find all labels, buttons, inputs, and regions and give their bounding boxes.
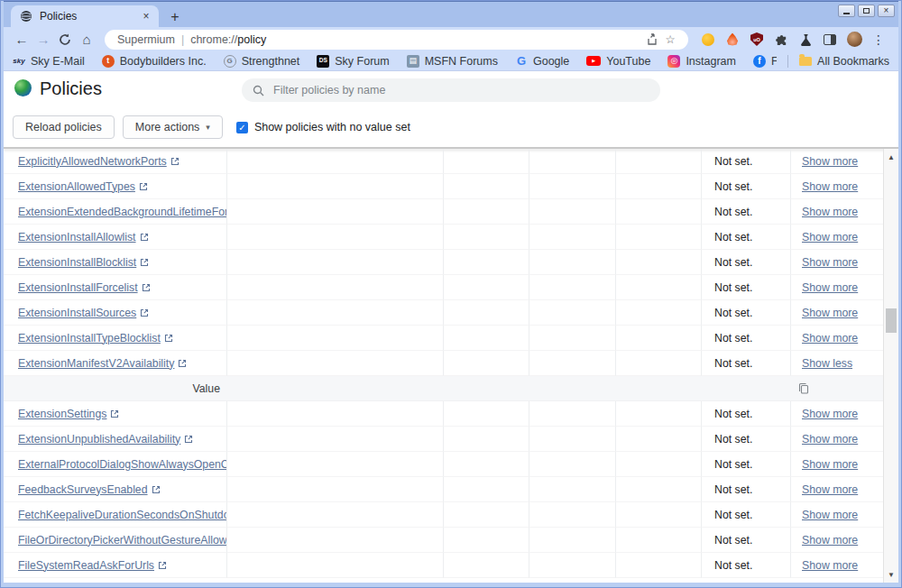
title-bar: Policies × + × [4, 1, 898, 27]
show-more-link[interactable]: Show more [802, 231, 858, 243]
minimize-button[interactable] [838, 5, 855, 17]
policy-applies-cell [529, 275, 616, 300]
policy-value-cell [227, 477, 444, 502]
policy-name-link[interactable]: ExtensionExtendedBackgroundLifetimeForPo… [18, 206, 227, 218]
tab-policies[interactable]: Policies × [11, 5, 159, 27]
close-icon: × [884, 6, 889, 15]
policy-filter-box[interactable] [242, 78, 660, 102]
policy-source-cell [444, 199, 529, 225]
show-more-link[interactable]: Show more [802, 559, 858, 572]
policy-name-link[interactable]: ExtensionSettings [18, 408, 119, 420]
yellow-extension-icon[interactable] [699, 31, 717, 49]
search-input[interactable] [273, 84, 649, 96]
browser-window: Policies × + × ← → ⌂ Supermium | chrome:… [0, 0, 902, 588]
new-tab-button[interactable]: + [164, 7, 186, 27]
show-more-link[interactable]: Show more [802, 206, 858, 218]
home-button[interactable]: ⌂ [76, 29, 97, 51]
policy-name-link[interactable]: ExtensionUnpublishedAvailability [18, 433, 193, 446]
show-more-link[interactable]: Show more [802, 408, 858, 420]
scroll-up-icon[interactable]: ▲ [884, 150, 898, 164]
policy-name-link[interactable]: ExtensionManifestV2Availability [18, 357, 187, 370]
bookmark-favicon-icon: f [753, 55, 766, 68]
copy-value-button[interactable] [798, 382, 809, 394]
policy-value-cell [227, 502, 444, 528]
back-button[interactable]: ← [11, 29, 32, 51]
policy-name-link[interactable]: ExtensionInstallBlocklist [18, 256, 149, 269]
policy-name-link[interactable]: ExtensionInstallAllowlist [18, 231, 149, 243]
bookmark-item[interactable]: f Facebook [753, 55, 777, 68]
menu-kebab-icon[interactable]: ⋮ [870, 31, 888, 49]
policy-name-link[interactable]: FetchKeepaliveDurationSecondsOnShutdown [18, 509, 227, 521]
policy-name-link[interactable]: FeedbackSurveysEnabled [18, 483, 161, 496]
show-more-link[interactable]: Show more [802, 458, 858, 471]
policy-applies-cell [529, 326, 616, 351]
forward-button[interactable]: → [32, 29, 54, 51]
policy-status: Not set. [714, 155, 752, 168]
bookmark-item[interactable]: ◎ Instagram [667, 55, 736, 68]
policy-name-link[interactable]: FileOrDirectoryPickerWithoutGestureAllow… [18, 534, 227, 547]
flask-extension-icon[interactable] [796, 31, 815, 49]
policy-level-cell [616, 401, 702, 427]
bookmark-item[interactable]: ▶ YouTube [586, 55, 650, 68]
address-bar[interactable]: Supermium | chrome://policy ☆ [105, 30, 688, 50]
policy-source-cell [444, 250, 529, 275]
show-more-link[interactable]: Show more [802, 509, 858, 521]
ublock-origin-icon[interactable]: uO [748, 31, 766, 49]
all-bookmarks-button[interactable]: All Bookmarks [799, 55, 889, 68]
show-more-link[interactable]: Show more [802, 534, 858, 547]
minimize-icon [843, 13, 850, 14]
show-more-link[interactable]: Show more [802, 180, 858, 193]
show-more-link[interactable]: Show more [802, 433, 858, 446]
policy-source-cell [444, 300, 529, 326]
bookmark-favicon-icon: t [102, 55, 115, 68]
policy-name-link[interactable]: ExtensionInstallTypeBlocklist [18, 332, 173, 345]
show-more-link[interactable]: Show more [802, 483, 858, 496]
show-more-link[interactable]: Show more [802, 281, 858, 294]
policy-name-link[interactable]: FileSystemReadAskForUrls [18, 559, 167, 572]
bookmark-item[interactable]: G Strengthnet [224, 55, 300, 68]
profile-avatar[interactable] [845, 31, 863, 49]
extensions-puzzle-icon[interactable] [772, 31, 790, 49]
policy-applies-cell [529, 528, 616, 553]
more-actions-button[interactable]: More actions ▾ [123, 115, 223, 139]
bookmark-star-button[interactable]: ☆ [661, 31, 679, 49]
show-more-link[interactable]: Show more [802, 307, 858, 319]
scroll-down-icon[interactable]: ▼ [884, 567, 898, 582]
bookmark-label: MSFN Forums [425, 55, 498, 68]
policy-status: Not set. [714, 433, 752, 446]
page-header: Policies Reload policies More actions ▾ … [4, 71, 898, 148]
policy-name-link[interactable]: ExtensionInstallForcelist [18, 281, 151, 294]
policy-name-link[interactable]: ExtensionInstallSources [18, 307, 149, 319]
bookmark-item[interactable]: sky Sky E-Mail [13, 55, 85, 68]
vertical-scrollbar[interactable]: ▲ ▼ [883, 149, 898, 583]
checkbox-checked-icon[interactable]: ✓ [236, 122, 248, 133]
policy-source-cell [444, 427, 529, 452]
reload-policies-button[interactable]: Reload policies [13, 115, 115, 139]
show-more-link[interactable]: Show more [802, 155, 858, 168]
share-button[interactable] [643, 31, 661, 49]
bookmark-favicon-icon: DS [317, 55, 329, 68]
policy-name-link[interactable]: ExternalProtocolDialogShowAlwaysOpenChec… [18, 458, 227, 471]
policy-applies-cell [529, 452, 616, 477]
tab-close-icon[interactable]: × [139, 9, 153, 23]
show-more-link[interactable]: Show more [802, 256, 858, 269]
bookmark-item[interactable]: t Bodybuilders Inc. [102, 55, 207, 68]
sidebar-icon[interactable] [821, 31, 839, 49]
external-link-icon [178, 359, 187, 368]
maximize-button[interactable] [858, 5, 875, 17]
bookmark-item[interactable]: ▤ MSFN Forums [407, 55, 498, 68]
scrollbar-thumb[interactable] [886, 308, 897, 333]
reload-button[interactable] [54, 29, 76, 51]
policy-name-link[interactable]: ExtensionAllowedTypes [18, 180, 148, 193]
policy-level-cell [616, 452, 702, 477]
show-more-link[interactable]: Show less [802, 357, 852, 370]
close-button[interactable]: × [878, 5, 895, 17]
bookmark-item[interactable]: DS Sky Forum [317, 55, 389, 68]
policy-name-link[interactable]: ExplicitlyAllowedNetworkPorts [18, 155, 179, 168]
flame-extension-icon[interactable] [723, 31, 741, 49]
bookmark-item[interactable]: G Google [515, 55, 569, 68]
policy-level-cell [616, 528, 702, 553]
show-more-link[interactable]: Show more [802, 332, 858, 345]
show-no-value-checkbox-group[interactable]: ✓ Show policies with no value set [236, 121, 410, 133]
policy-status: Not set. [714, 307, 752, 319]
